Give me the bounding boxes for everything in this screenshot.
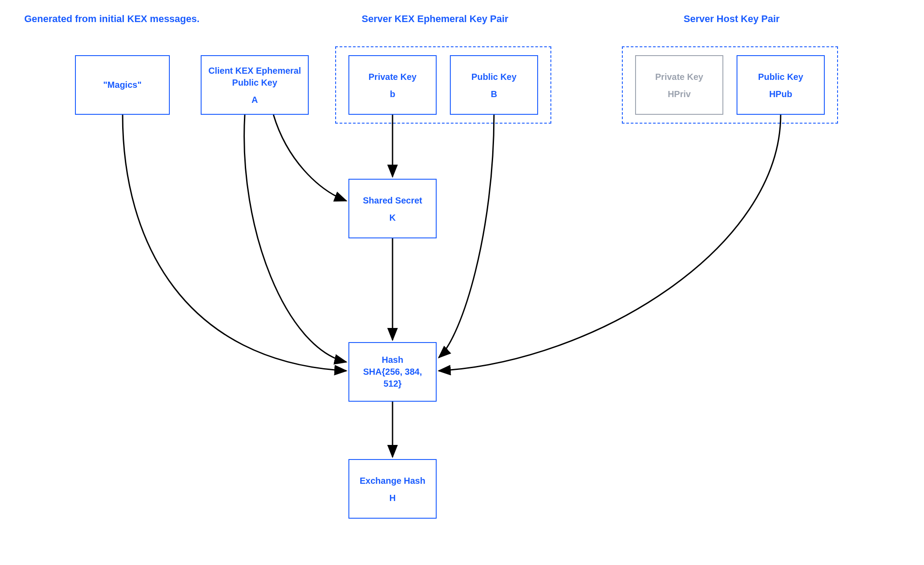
box-client-kex: Client KEX EphemeralPublic Key A — [201, 55, 309, 115]
label-magics: "Magics" — [103, 79, 142, 91]
box-hash: HashSHA{256, 384, 512} — [348, 342, 437, 402]
label-client-kex: Client KEX EphemeralPublic Key — [208, 65, 301, 89]
label-public-key-B: Public Key — [471, 71, 516, 83]
title-left: Generated from initial KEX messages. — [24, 13, 199, 25]
sublabel-hpub: HPub — [769, 89, 792, 99]
sublabel-exchange-hash: H — [389, 493, 396, 503]
box-hpub: Public Key HPub — [737, 55, 825, 115]
box-public-key-B: Public Key B — [450, 55, 538, 115]
label-shared-secret: Shared Secret — [363, 195, 423, 207]
arrow-hpub-to-hash — [439, 115, 781, 371]
sublabel-client-kex: A — [251, 95, 258, 105]
label-exchange-hash: Exchange Hash — [360, 475, 426, 487]
box-private-key-b: Private Key b — [348, 55, 437, 115]
sublabel-hpriv: HPriv — [668, 89, 691, 99]
sublabel-public-key-B: B — [491, 89, 497, 99]
title-mid: Server KEX Ephemeral Key Pair — [362, 13, 509, 25]
label-hash: HashSHA{256, 384, 512} — [355, 354, 430, 390]
box-hpriv: Private Key HPriv — [635, 55, 723, 115]
box-magics: "Magics" — [75, 55, 170, 115]
arrow-clientkex-to-hash — [244, 115, 346, 362]
sublabel-private-key-b: b — [390, 89, 395, 99]
title-right: Server Host Key Pair — [684, 13, 780, 25]
arrow-pubB-to-hash — [439, 115, 494, 358]
label-private-key-b: Private Key — [369, 71, 417, 83]
label-hpriv: Private Key — [655, 71, 703, 83]
box-exchange-hash: Exchange Hash H — [348, 459, 437, 519]
label-hpub: Public Key — [758, 71, 803, 83]
arrow-magics-to-hash — [123, 115, 346, 371]
sublabel-shared-secret: K — [389, 213, 396, 223]
arrow-clientkex-to-shared — [273, 115, 346, 201]
box-shared-secret: Shared Secret K — [348, 179, 437, 238]
